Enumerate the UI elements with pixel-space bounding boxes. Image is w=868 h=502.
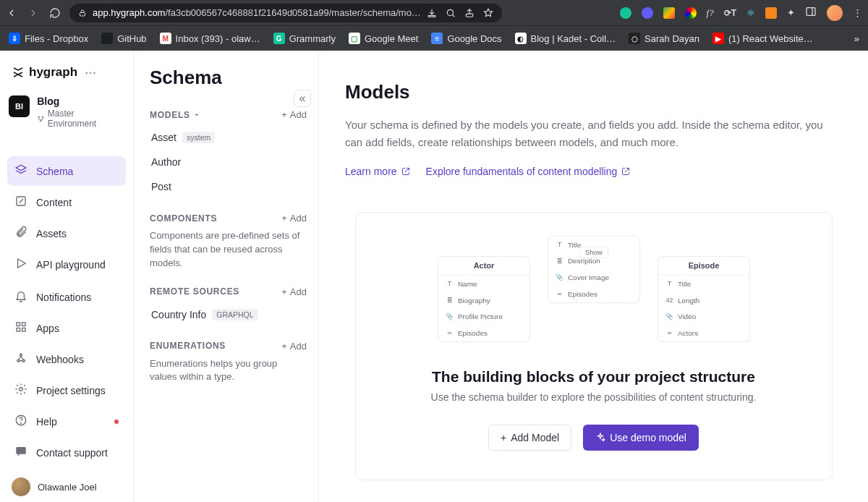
nav-item-apps[interactable]: Apps: [7, 313, 126, 343]
ext-metamask-icon[interactable]: [765, 7, 777, 19]
ext-drive-icon[interactable]: [663, 7, 675, 19]
svg-point-17: [20, 388, 23, 391]
bookmark-item[interactable]: MInbox (393) - olaw…: [160, 33, 260, 44]
svg-rect-13: [22, 328, 26, 332]
enum-desc: Enumerations helps you group values with…: [150, 357, 311, 385]
nav-item-webhooks[interactable]: Webhooks: [7, 344, 126, 374]
learn-more-link[interactable]: Learn more: [345, 166, 410, 177]
project-switcher[interactable]: Bl Blog Master Environment: [7, 93, 126, 142]
field-type-icon: ≣: [555, 257, 563, 265]
sidepanel-icon[interactable]: [805, 6, 817, 20]
svg-point-2: [447, 9, 453, 15]
chevron-down-icon: [193, 111, 200, 119]
schema-item[interactable]: Assetsystem: [150, 127, 311, 148]
svg-rect-1: [428, 15, 435, 17]
ext-color-icon[interactable]: [685, 7, 697, 19]
logo[interactable]: hygraph ⋯: [7, 61, 126, 93]
ext-react-icon[interactable]: ⚛: [746, 7, 755, 18]
user-menu[interactable]: Olawanle Joel: [7, 472, 126, 496]
bookmarks-overflow[interactable]: »: [854, 33, 859, 44]
attach-icon: [14, 226, 27, 241]
schema-title: Schema: [150, 67, 311, 89]
add-model-link[interactable]: + Add: [281, 109, 307, 120]
bookmark-item[interactable]: ◌Sarah Dayan: [629, 33, 699, 44]
svg-point-6: [38, 116, 40, 117]
illus-field-row: 📎Profile Picture: [438, 308, 529, 325]
user-avatar-icon: [12, 477, 30, 496]
use-demo-model-button[interactable]: Use demo model: [583, 425, 699, 451]
profile-avatar[interactable]: [827, 5, 843, 21]
add-component-link[interactable]: + Add: [281, 213, 307, 224]
bookmark-item[interactable]: ⇩Files - Dropbox: [9, 33, 88, 44]
bookmark-item[interactable]: ◐Blog | Kadet - Coll…: [515, 33, 616, 44]
nav-item-project-settings[interactable]: Project settings: [7, 375, 126, 405]
external-link-icon: [401, 167, 410, 176]
url-host: app.hygraph.com: [93, 7, 165, 18]
nav-item-content[interactable]: Content: [7, 187, 126, 217]
schema-item[interactable]: Post: [150, 176, 311, 197]
collapse-schema-sidebar[interactable]: «: [294, 90, 311, 107]
bookmark-item[interactable]: ≡Google Docs: [431, 33, 501, 44]
schema-illustration: Actor TName≣Biography📎Profile Picture∞Ep…: [438, 256, 749, 342]
back-button[interactable]: [6, 7, 17, 19]
install-icon[interactable]: [427, 8, 437, 18]
enum-section-label[interactable]: ENUMERATIONS: [150, 341, 226, 351]
add-enum-link[interactable]: + Add: [281, 341, 307, 352]
webhook-icon: [14, 352, 27, 367]
bookmark-item[interactable]: GitHub: [101, 33, 146, 44]
illus-field-row: 42Length: [658, 292, 749, 308]
user-name: Olawanle Joel: [38, 482, 97, 493]
kebab-menu[interactable]: ⋮: [853, 7, 862, 18]
ext-grammarly-icon[interactable]: [620, 7, 631, 19]
bookmark-item[interactable]: ▢Google Meet: [349, 33, 418, 44]
field-type-icon: 42: [665, 296, 673, 304]
address-bar[interactable]: app.hygraph.com/fa3cb006567c468881f21649…: [69, 4, 502, 22]
extensions-icon[interactable]: ✦: [787, 7, 795, 18]
ext-loom-icon[interactable]: [642, 7, 653, 19]
schema-item[interactable]: Country InfoGRAPHQL: [150, 305, 311, 325]
project-badge: Bl: [9, 95, 30, 117]
sparkle-icon: [595, 433, 605, 443]
share-icon[interactable]: [464, 8, 475, 18]
zoom-icon[interactable]: [446, 8, 456, 18]
field-type-icon: ∞: [445, 329, 453, 337]
illus-field-row: TName: [438, 276, 529, 292]
add-remote-link[interactable]: + Add: [281, 286, 307, 297]
notification-dot: [114, 420, 119, 424]
illus-card-show: TTitle≣Desription📎Cover Image∞Episodes: [548, 236, 639, 303]
components-section-label[interactable]: COMPONENTS: [150, 213, 217, 224]
illus-field-row: 📎Cover Image: [548, 269, 639, 286]
bookmark-item[interactable]: GGrammarly: [273, 33, 336, 44]
bookmark-favicon: ▶: [712, 33, 724, 44]
explore-link[interactable]: Explore fundamentals of content modellin…: [426, 166, 631, 177]
bookmark-favicon: [101, 33, 113, 44]
schema-item[interactable]: Author: [150, 152, 311, 172]
nav-item-contact-support[interactable]: Contact support: [7, 438, 126, 467]
remote-section-label[interactable]: REMOTE SOURCES: [150, 286, 239, 297]
project-title: Blog: [37, 95, 123, 107]
field-type-icon: T: [445, 279, 453, 287]
bookmark-favicon: ◐: [515, 33, 527, 44]
nav-item-schema[interactable]: Schema: [7, 156, 126, 186]
nav-item-api-playground[interactable]: API playground: [7, 250, 126, 279]
models-section-label[interactable]: MODELS: [150, 110, 200, 120]
illus-field-row: 📎Video: [658, 308, 749, 325]
grid-icon: [14, 320, 27, 336]
bookmark-item[interactable]: ▶(1) React Website…: [712, 33, 813, 44]
logo-menu[interactable]: ⋯: [85, 66, 98, 80]
add-model-button[interactable]: + Add Model: [488, 425, 571, 451]
ext-translate-icon[interactable]: ⟳T: [724, 8, 736, 18]
empty-state-heading: The building blocks of your project stru…: [432, 368, 755, 386]
nav-item-notifications[interactable]: Notifications: [7, 282, 126, 312]
star-icon[interactable]: [483, 8, 493, 18]
bookmarks-bar: ⇩Files - DropboxGitHubMInbox (393) - ola…: [0, 25, 868, 51]
nav-item-help[interactable]: Help: [7, 407, 126, 436]
ext-font-icon[interactable]: f?: [707, 7, 714, 19]
reload-button[interactable]: [49, 7, 61, 19]
field-type-icon: 📎: [665, 312, 673, 320]
nav-item-assets[interactable]: Assets: [7, 218, 126, 248]
forward-button[interactable]: [27, 7, 39, 19]
layers-icon: [14, 163, 27, 179]
svg-point-19: [21, 422, 22, 423]
field-type-icon: 📎: [445, 312, 453, 320]
